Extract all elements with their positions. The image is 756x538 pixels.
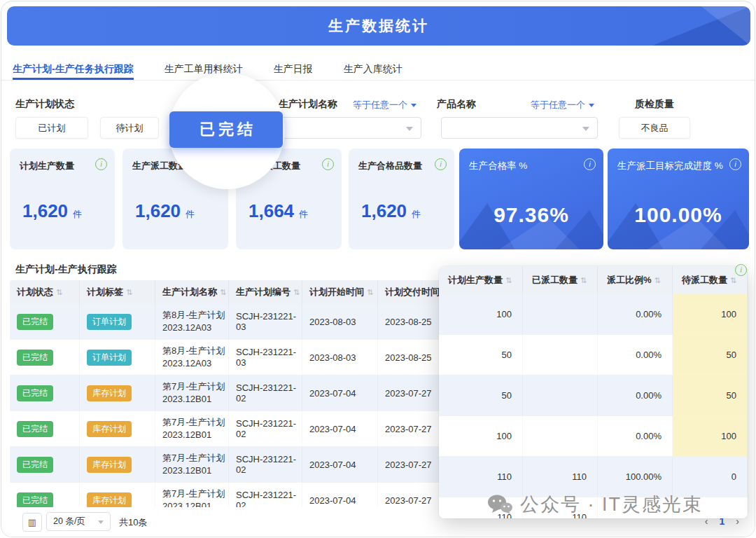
column-settings-button[interactable]: ▥ xyxy=(22,513,42,532)
cell-dispatched-qty xyxy=(523,335,598,375)
stat-unit: 件 xyxy=(299,208,308,221)
sort-icon[interactable]: ⇅ xyxy=(293,288,300,297)
table-row[interactable]: 100 0.00% 100 xyxy=(439,416,748,457)
filter-button-completed[interactable]: 已完结 xyxy=(169,111,283,148)
tab-daily-report[interactable]: 生产日报 xyxy=(274,59,313,80)
sort-icon[interactable]: ⇅ xyxy=(367,288,373,297)
cell-plan-name: 第8月-生产计划 2023.12A03 xyxy=(155,340,229,375)
cell-start-date: 2023-08-03 xyxy=(302,340,378,375)
page-header: 生产数据统计 xyxy=(7,6,750,46)
info-icon[interactable]: i xyxy=(435,158,447,170)
table-row[interactable]: 50 0.00% 50 xyxy=(439,375,748,416)
table-row[interactable]: 已完结 库存计划 第7月-生产计划 2023.12B01 SCJH-231221… xyxy=(10,447,461,483)
cell-pending-qty: 100 xyxy=(673,294,748,335)
info-icon[interactable]: i xyxy=(322,158,334,170)
column-header-dispatch-ratio[interactable]: 派工比例%⇅ xyxy=(598,266,673,294)
status-badge: 已完结 xyxy=(17,350,53,366)
tab-bar: 生产计划-生产任务执行跟踪 生产工单用料统计 生产日报 生产入库统计 xyxy=(1,59,755,81)
filter-label-plan-status: 生产计划状态 xyxy=(15,98,74,111)
sort-icon[interactable]: ⇅ xyxy=(505,276,512,285)
product-name-select[interactable] xyxy=(441,117,598,139)
stat-card-title: 计划生产数量 xyxy=(20,160,74,172)
filter-label-plan-name: 生产计划名称 xyxy=(279,98,337,111)
filter-button-defective[interactable]: 不良品 xyxy=(619,117,690,139)
cell-status: 已完结 xyxy=(10,340,80,375)
cell-plan-name: 第7月-生产计划 2023.12B01 xyxy=(155,447,229,482)
column-header-plan-code[interactable]: 生产计划编号⇅ xyxy=(229,280,302,304)
table-row[interactable]: 已完结 库存计划 第7月-生产计划 2023.12B01 SCJH-231221… xyxy=(10,411,461,447)
table-row[interactable]: 100 0.00% 100 xyxy=(439,294,748,335)
page-size-select[interactable]: 20 条/页 xyxy=(46,512,111,531)
cell-plan-name: 第7月-生产计划 2023.12B01 xyxy=(155,411,229,446)
column-header-plan-name[interactable]: 生产计划名称⇅ xyxy=(155,280,229,304)
sort-icon[interactable]: ⇅ xyxy=(730,276,736,285)
tab-warehouse-stats[interactable]: 生产入库统计 xyxy=(344,59,402,80)
cell-dispatched-qty xyxy=(523,416,598,457)
section-info-icon[interactable]: i xyxy=(735,264,747,276)
chevron-down-icon xyxy=(589,104,594,107)
table-row[interactable]: 已完结 订单计划 第8月-生产计划 2023.12A03 SCJH-231221… xyxy=(10,340,461,375)
sort-icon[interactable]: ⇅ xyxy=(580,276,587,285)
stat-value: 1,620 xyxy=(22,200,68,222)
chevron-down-icon xyxy=(582,127,589,131)
stat-card-title: 生产合格品数量 xyxy=(358,160,422,172)
cell-plan-code: SCJH-231221-03 xyxy=(229,340,302,375)
stat-card-planned-qty: 计划生产数量 i 1,620件 xyxy=(10,149,115,249)
cell-plan-code: SCJH-231221-03 xyxy=(229,304,302,339)
sort-icon[interactable]: ⇅ xyxy=(126,288,132,297)
cell-plan-name: 第7月-生产计划 2023.12B01 xyxy=(155,375,229,411)
tag-badge: 库存计划 xyxy=(87,385,132,401)
table-row[interactable]: 已完结 订单计划 第8月-生产计划 2023.12A03 SCJH-231221… xyxy=(10,304,461,340)
info-icon[interactable]: i xyxy=(729,158,741,170)
stat-value: 100.00% xyxy=(608,203,749,227)
tag-badge: 订单计划 xyxy=(87,314,132,330)
chevron-down-icon xyxy=(406,127,413,131)
stat-card-title: 生产派工目标完成进度 % xyxy=(617,160,723,172)
cell-tag: 库存计划 xyxy=(80,375,155,411)
stat-card-title: 生产合格率 % xyxy=(469,160,527,172)
sort-icon[interactable]: ⇅ xyxy=(56,288,62,297)
cell-dispatch-ratio: 0.00% xyxy=(598,335,673,375)
operator-dropdown-product-name[interactable]: 等于任意一个 xyxy=(531,99,594,111)
table-row[interactable]: 已完结 库存计划 第7月-生产计划 2023.12B01 SCJH-231221… xyxy=(10,375,461,411)
cell-planned-qty: 100 xyxy=(439,294,523,335)
sort-icon[interactable]: ⇅ xyxy=(220,288,226,297)
tab-production-plan-tracking[interactable]: 生产计划-生产任务执行跟踪 xyxy=(13,59,134,80)
cell-status: 已完结 xyxy=(10,411,80,446)
column-header-status[interactable]: 计划状态⇅ xyxy=(10,280,80,304)
stat-value: 1,620 xyxy=(361,200,407,222)
info-icon: i xyxy=(735,264,747,276)
stat-card-qualified-qty: 生产合格品数量 i 1,620件 xyxy=(349,149,454,249)
stat-unit: 件 xyxy=(186,208,195,221)
column-header-dispatched-qty[interactable]: 已派工数量⇅ xyxy=(523,266,598,294)
filter-button-planned[interactable]: 已计划 xyxy=(15,117,88,139)
plan-name-select[interactable] xyxy=(279,117,421,139)
operator-dropdown-plan-name[interactable]: 等于任意一个 xyxy=(353,99,416,111)
sort-icon[interactable]: ⇅ xyxy=(654,276,661,285)
status-badge: 已完结 xyxy=(17,457,53,473)
column-header-planned-qty[interactable]: 计划生产数量⇅ xyxy=(439,266,523,294)
filter-label-product-name: 产品名称 xyxy=(437,98,476,111)
stat-value: 97.36% xyxy=(459,203,603,227)
filter-button-pending[interactable]: 待计划 xyxy=(100,117,159,139)
cell-start-date: 2023-07-04 xyxy=(302,411,378,446)
stat-value: 1,664 xyxy=(248,200,294,222)
cell-pending-qty: 100 xyxy=(673,416,748,457)
info-icon[interactable]: i xyxy=(584,158,596,170)
cell-pending-qty: 50 xyxy=(673,335,748,375)
section-title: 生产计划-生产执行跟踪 xyxy=(15,263,117,276)
filter-label-quality: 质检质量 xyxy=(635,98,674,111)
column-header-tag[interactable]: 计划标签⇅ xyxy=(80,280,155,304)
watermark-text: 公众号 · IT灵感光束 xyxy=(520,492,703,517)
tag-badge: 订单计划 xyxy=(87,350,132,366)
table-row[interactable]: 50 0.00% 50 xyxy=(439,335,748,375)
cell-plan-code: SCJH-231221-02 xyxy=(229,447,302,482)
cell-dispatch-ratio: 0.00% xyxy=(598,416,673,457)
info-icon[interactable]: i xyxy=(95,158,107,170)
grid-icon: ▥ xyxy=(28,517,36,527)
cell-dispatched-qty xyxy=(523,375,598,416)
stat-unit: 件 xyxy=(73,208,82,221)
cell-status: 已完结 xyxy=(10,447,80,482)
column-header-start-date[interactable]: 计划开始时间⇅ xyxy=(302,280,378,304)
cell-tag: 订单计划 xyxy=(80,340,155,375)
